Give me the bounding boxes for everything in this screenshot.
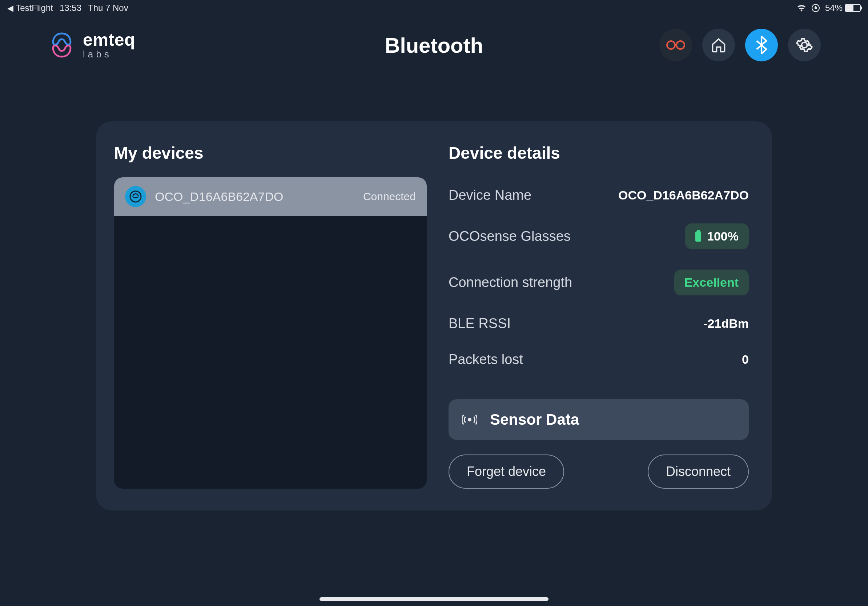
- brand-name: emteq: [83, 31, 135, 49]
- home-indicator[interactable]: [319, 597, 549, 601]
- device-list-item[interactable]: OCO_D16A6B62A7DO Connected: [114, 177, 427, 216]
- bluetooth-button[interactable]: [745, 29, 778, 62]
- device-item-name: OCO_D16A6B62A7DO: [155, 190, 354, 204]
- detail-label: BLE RSSI: [448, 316, 511, 331]
- status-date: Thu 7 Nov: [88, 3, 128, 13]
- device-item-status: Connected: [363, 190, 416, 203]
- brand-logo: emteq labs: [47, 31, 135, 60]
- bluetooth-icon: [755, 36, 768, 54]
- forget-device-label: Forget device: [467, 464, 546, 479]
- glasses-icon: [666, 40, 685, 51]
- main-panel: My devices OCO_D16A6B62A7DO Connected De…: [96, 121, 772, 510]
- device-avatar-icon: [125, 186, 146, 207]
- connection-strength-value: Excellent: [674, 270, 749, 295]
- detail-value-name: OCO_D16A6B62A7DO: [618, 188, 749, 203]
- settings-button[interactable]: [788, 29, 821, 62]
- detail-label: Connection strength: [448, 275, 572, 290]
- svg-point-3: [130, 191, 141, 202]
- detail-label: Packets lost: [448, 352, 523, 367]
- home-icon: [711, 37, 727, 53]
- detail-row-connection: Connection strength Excellent: [448, 260, 749, 306]
- battery-percent-value: 100%: [707, 229, 739, 243]
- glasses-button[interactable]: [659, 29, 692, 62]
- device-list: OCO_D16A6B62A7DO Connected: [114, 177, 427, 489]
- chevron-left-icon: ◀: [7, 4, 14, 13]
- back-to-app[interactable]: ◀ TestFlight: [7, 3, 53, 13]
- sensor-data-button[interactable]: Sensor Data: [448, 399, 749, 440]
- logo-icon: [47, 31, 76, 60]
- detail-row-name: Device Name OCO_D16A6B62A7DO: [448, 177, 749, 213]
- orientation-lock-icon: [811, 4, 820, 12]
- app-header: emteq labs Bluetooth: [0, 16, 868, 74]
- rssi-value: -21dBm: [703, 317, 749, 331]
- home-button[interactable]: [702, 29, 735, 62]
- battery-pill: 100%: [685, 223, 749, 249]
- sensor-icon: [462, 412, 477, 428]
- forget-device-button[interactable]: Forget device: [448, 454, 564, 489]
- ios-status-bar: ◀ TestFlight 13:53 Thu 7 Nov 54%: [0, 0, 868, 16]
- disconnect-label: Disconnect: [666, 464, 731, 479]
- status-time: 13:53: [60, 3, 81, 13]
- detail-row-product: OCOsense Glasses 100%: [448, 213, 749, 260]
- detail-label: Device Name: [448, 187, 532, 203]
- gear-icon: [796, 37, 813, 53]
- detail-row-packets: Packets lost 0: [448, 342, 749, 377]
- svg-point-2: [676, 41, 684, 49]
- svg-point-4: [468, 418, 471, 421]
- battery-level-icon: [695, 232, 701, 241]
- disconnect-button[interactable]: Disconnect: [648, 454, 749, 489]
- page-title: Bluetooth: [385, 33, 484, 57]
- my-devices-title: My devices: [114, 143, 427, 163]
- brand-sub: labs: [83, 49, 135, 59]
- svg-point-1: [667, 41, 675, 49]
- battery-icon: [845, 4, 861, 12]
- back-app-label: TestFlight: [16, 3, 53, 13]
- detail-label: OCOsense Glasses: [448, 229, 571, 244]
- wifi-icon: [797, 5, 806, 12]
- packets-lost-value: 0: [742, 352, 749, 366]
- sensor-data-label: Sensor Data: [490, 411, 579, 428]
- battery-percent: 54%: [825, 3, 843, 13]
- detail-row-rssi: BLE RSSI -21dBm: [448, 306, 749, 342]
- device-details-title: Device details: [448, 143, 749, 163]
